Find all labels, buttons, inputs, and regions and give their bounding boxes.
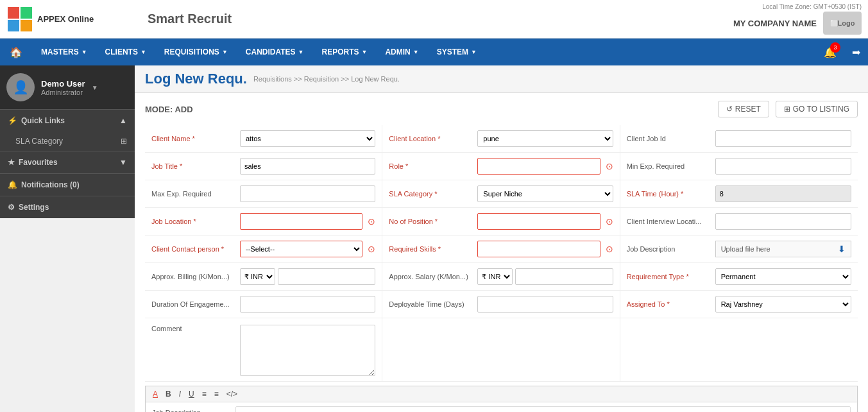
job-description-upload-label: Job Description (627, 245, 710, 253)
nav-admin[interactable]: ADMIN ▼ (376, 39, 427, 65)
sidebar-item-sla-category[interactable]: SLA Category ⊞ (0, 132, 135, 151)
requirement-type-cell: Requirement Type * Permanent (620, 263, 858, 290)
notification-bell-button[interactable]: 🔔 3 (816, 39, 844, 65)
settings-header[interactable]: ⚙ Settings (0, 196, 135, 218)
client-contact-select[interactable]: --Select-- (240, 241, 362, 257)
company-logo: ⬜ Logo (823, 12, 862, 35)
rte-ordered-list-button[interactable]: ≡ (200, 389, 208, 399)
sidebar-wrapper: 👤 Demo User Administrator ▼ ⚡ Quick Link… (0, 65, 135, 412)
client-location-select[interactable]: pune (477, 130, 613, 147)
rte-font-color-button[interactable]: A (151, 389, 160, 399)
nav-reports[interactable]: REPORTS ▼ (313, 39, 377, 65)
bell-badge: 3 (830, 42, 840, 53)
client-name-cell: Client Name * attos (145, 125, 382, 152)
empty-cell-1 (382, 318, 620, 381)
client-name-select[interactable]: attos (240, 130, 375, 147)
user-role: Administrator (41, 89, 85, 96)
approx-salary-cell: Approx. Salary (K/Mon...) ₹ INR (382, 263, 620, 290)
min-exp-cell: Min Exp. Required (620, 153, 858, 180)
svg-rect-1 (21, 7, 32, 19)
go-to-listing-button[interactable]: ⊞ GO TO LISTING (776, 101, 858, 117)
rte-code-button[interactable]: </> (225, 389, 239, 399)
salary-currency-select[interactable]: ₹ INR (477, 268, 513, 285)
upload-area[interactable]: Upload file here ⬇ (715, 241, 851, 257)
assigned-to-label: Assigned To * (627, 300, 710, 308)
required-skills-input[interactable] (477, 241, 600, 257)
job-description-label: Job Description (152, 406, 229, 412)
comment-textarea[interactable] (240, 325, 375, 376)
deployable-time-label: Deployable Time (Days) (389, 300, 472, 308)
no-of-position-cell: No of Position * ⊙ (382, 208, 620, 235)
role-label: Role * (389, 162, 472, 170)
duration-cell: Duration Of Engageme... (145, 291, 382, 318)
sla-time-cell: SLA Time (Hour) * (620, 180, 858, 207)
form-row-6: Approx. Billing (K/Mon...) ₹ INR Approx.… (145, 263, 858, 291)
salary-amount-input[interactable] (515, 268, 613, 285)
client-contact-error-icon: ⊙ (368, 244, 375, 254)
candidates-caret-icon: ▼ (298, 49, 304, 55)
rte-italic-button[interactable]: I (177, 389, 183, 399)
nav-clients[interactable]: CLIENTS ▼ (96, 39, 155, 65)
settings-icon: ⚙ (8, 203, 15, 212)
deployable-time-input[interactable] (477, 296, 613, 313)
rte-underline-button[interactable]: U (187, 389, 196, 399)
favourites-header[interactable]: ★ Favourites ▼ (0, 151, 135, 173)
min-exp-label: Min Exp. Required (627, 162, 710, 170)
main-layout: 👤 Demo User Administrator ▼ ⚡ Quick Link… (0, 65, 868, 412)
job-title-input[interactable] (240, 158, 375, 175)
logout-button[interactable]: ➡ (844, 39, 868, 65)
top-right-area: Local Time Zone: GMT+0530 (IST) MY COMPA… (733, 3, 862, 35)
nav-masters[interactable]: MASTERS ▼ (32, 39, 96, 65)
home-nav-button[interactable]: 🏠 (0, 39, 32, 65)
requirement-type-label: Requirement Type * (627, 273, 710, 280)
nav-candidates[interactable]: CANDIDATES ▼ (237, 39, 313, 65)
no-of-position-input[interactable] (477, 213, 600, 230)
notifications-header[interactable]: 🔔 Notifications (0) (0, 174, 135, 196)
reset-button[interactable]: ↺ RESET (718, 101, 769, 117)
comment-cell: Comment (145, 318, 382, 381)
max-exp-input[interactable] (240, 185, 375, 202)
job-location-input[interactable] (240, 213, 362, 230)
max-exp-label: Max Exp. Required (151, 190, 235, 198)
approx-billing-cell: Approx. Billing (K/Mon...) ₹ INR (145, 263, 382, 290)
svg-rect-2 (8, 20, 19, 31)
role-cell: Role * ⊙ (382, 153, 620, 180)
rte-unordered-list-button[interactable]: ≡ (212, 389, 221, 399)
timezone: Local Time Zone: GMT+0530 (IST) (762, 3, 862, 10)
billing-currency-select[interactable]: ₹ INR (240, 268, 275, 285)
min-exp-input[interactable] (715, 158, 851, 175)
client-location-label: Client Location * (389, 135, 472, 142)
job-title-cell: Job Title * (145, 153, 382, 180)
svg-rect-3 (21, 20, 32, 31)
quick-links-section: ⚡ Quick Links ▲ SLA Category ⊞ (0, 109, 135, 151)
max-exp-cell: Max Exp. Required (145, 180, 382, 207)
app-name: APPEX Online (37, 14, 94, 24)
requirement-type-select[interactable]: Permanent (715, 268, 851, 285)
job-description-upload-cell: Job Description Upload file here ⬇ (620, 236, 858, 262)
rte-toolbar: A B I U ≡ ≡ </> (146, 386, 857, 402)
deployable-time-cell: Deployable Time (Days) (382, 291, 620, 318)
required-skills-error-icon: ⊙ (606, 244, 613, 254)
admin-caret-icon: ▼ (413, 49, 419, 55)
nav-system[interactable]: SYSTEM ▼ (428, 39, 486, 65)
user-panel[interactable]: 👤 Demo User Administrator ▼ (0, 65, 135, 109)
nav-bar: 🏠 MASTERS ▼ CLIENTS ▼ REQUISITIONS ▼ CAN… (0, 39, 868, 65)
reports-caret-icon: ▼ (362, 49, 368, 55)
quick-links-header[interactable]: ⚡ Quick Links ▲ (0, 110, 135, 132)
upload-icon: ⬇ (838, 244, 846, 254)
assigned-to-cell: Assigned To * Raj Varshney (620, 291, 858, 318)
settings-section: ⚙ Settings (0, 196, 135, 218)
billing-amount-input[interactable] (278, 268, 375, 285)
assigned-to-select[interactable]: Raj Varshney (715, 296, 851, 313)
sidebar: 👤 Demo User Administrator ▼ ⚡ Quick Link… (0, 65, 135, 218)
rte-bold-button[interactable]: B (164, 389, 173, 399)
nav-requisitions[interactable]: REQUISITIONS ▼ (155, 39, 237, 65)
sla-category-select[interactable]: Super Niche (477, 185, 613, 202)
client-interview-input[interactable] (715, 213, 851, 230)
role-input[interactable] (477, 158, 600, 175)
sla-category-cell: SLA Category * Super Niche (382, 180, 620, 207)
duration-input[interactable] (240, 296, 375, 313)
required-skills-label: Required Skills * (389, 245, 472, 253)
client-job-id-input[interactable] (715, 130, 851, 147)
job-description-editor[interactable] (235, 406, 851, 412)
